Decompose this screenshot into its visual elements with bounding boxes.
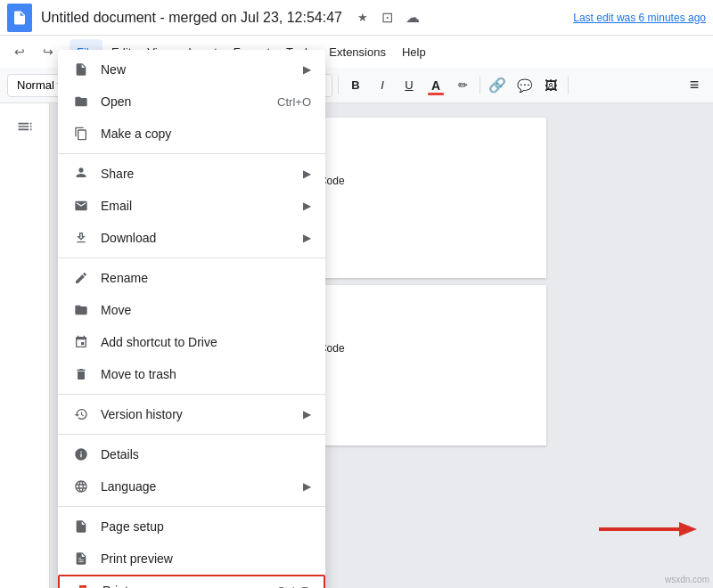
toolbar-divider-5 (568, 77, 569, 94)
link-button[interactable]: 🔗 (486, 74, 509, 97)
italic-button[interactable]: I (371, 74, 394, 97)
menu-item-shortcut[interactable]: Add shortcut to Drive (58, 326, 325, 358)
version-icon (72, 405, 90, 423)
menu-help[interactable]: Help (395, 39, 433, 64)
menu-item-share[interactable]: Share ▶ (58, 158, 325, 190)
divider-2 (58, 257, 325, 258)
download-icon (72, 229, 90, 247)
trash-icon (72, 365, 90, 383)
move-label: Move (101, 303, 311, 317)
menu-item-rename[interactable]: Rename (58, 262, 325, 294)
undo-redo-group: ↩ ↪ (7, 39, 61, 64)
menu-item-copy[interactable]: Make a copy (58, 118, 325, 150)
copy-icon (72, 125, 90, 143)
printpreview-icon (72, 550, 90, 568)
rename-label: Rename (101, 271, 311, 285)
open-icon (72, 93, 90, 110)
menu-item-download[interactable]: Download ▶ (58, 222, 325, 254)
email-icon (72, 197, 90, 215)
toolbar-divider-3 (338, 77, 339, 94)
more-options-button[interactable]: ≡ (683, 74, 706, 97)
comment-button[interactable]: 💬 (512, 74, 536, 97)
share-arrow: ▶ (303, 167, 311, 180)
version-label: Version history (101, 407, 303, 421)
file-dropdown-menu: New ▶ Open Ctrl+O Make a copy Share ▶ Em… (58, 50, 325, 588)
email-arrow: ▶ (303, 200, 311, 212)
menu-item-trash[interactable]: Move to trash (58, 358, 325, 390)
rename-icon (72, 269, 90, 287)
share-label: Share (101, 167, 303, 181)
print-shortcut: Ctrl+P (277, 584, 309, 589)
divider-5 (58, 506, 325, 507)
drive-icon[interactable]: ⊡ (378, 8, 397, 28)
red-arrow (590, 517, 697, 542)
details-icon (72, 445, 90, 463)
document-title: Untitled document - merged on Jul 23, 12… (41, 10, 342, 26)
trash-label: Move to trash (101, 367, 311, 381)
print-icon (74, 582, 92, 588)
menu-item-email[interactable]: Email ▶ (58, 190, 325, 222)
pagesetup-icon (72, 518, 90, 535)
shortcut-label: Add shortcut to Drive (101, 335, 311, 349)
divider-1 (58, 153, 325, 154)
bold-button[interactable]: B (344, 74, 367, 97)
new-label: New (101, 62, 303, 77)
highlight-button[interactable]: ✏ (451, 74, 474, 97)
doc-icon (7, 4, 32, 32)
menu-item-details[interactable]: Details (58, 438, 325, 470)
title-icons: ★ ⊡ ☁ (353, 8, 422, 28)
language-arrow: ▶ (303, 480, 311, 493)
open-label: Open (101, 94, 277, 109)
title-bar: Untitled document - merged on Jul 23, 12… (0, 0, 713, 36)
undo-button[interactable]: ↩ (7, 39, 32, 64)
menu-extensions[interactable]: Extensions (322, 39, 393, 64)
menu-item-language[interactable]: Language ▶ (58, 470, 325, 502)
watermark: wsxdn.com (665, 575, 709, 584)
last-edit-text: Last edit was 6 minutes ago (573, 12, 706, 24)
share-icon (72, 165, 90, 183)
printpreview-label: Print preview (101, 551, 311, 566)
download-arrow: ▶ (303, 232, 311, 244)
new-arrow: ▶ (303, 63, 311, 76)
menu-item-pagesetup[interactable]: Page setup (58, 510, 325, 543)
menu-item-new[interactable]: New ▶ (58, 53, 325, 86)
cloud-icon[interactable]: ☁ (403, 8, 422, 28)
details-label: Details (101, 447, 311, 461)
toolbar-divider-4 (479, 77, 480, 94)
text-color-button[interactable]: A (424, 74, 447, 97)
star-icon[interactable]: ★ (353, 8, 373, 28)
print-label: Print (102, 584, 277, 588)
language-label: Language (101, 479, 303, 494)
svg-marker-1 (679, 522, 697, 536)
redo-button[interactable]: ↪ (36, 39, 61, 64)
underline-button[interactable]: U (397, 74, 421, 97)
menu-item-print[interactable]: Print Ctrl+P (58, 575, 325, 588)
menu-item-open[interactable]: Open Ctrl+O (58, 86, 325, 118)
new-icon (72, 61, 90, 78)
left-sidebar (0, 103, 50, 588)
sidebar-outline-icon[interactable] (9, 110, 41, 143)
image-button[interactable]: 🖼 (539, 74, 562, 97)
divider-3 (58, 394, 325, 395)
menu-item-move[interactable]: Move (58, 294, 325, 326)
shortcut-icon (72, 333, 90, 351)
language-icon (72, 478, 90, 495)
pagesetup-label: Page setup (101, 519, 311, 534)
move-icon (72, 301, 90, 319)
open-shortcut: Ctrl+O (277, 95, 311, 109)
copy-label: Make a copy (101, 127, 311, 141)
version-arrow: ▶ (303, 408, 311, 421)
download-label: Download (101, 231, 303, 245)
menu-item-printpreview[interactable]: Print preview (58, 543, 325, 575)
menu-item-version[interactable]: Version history ▶ (58, 398, 325, 430)
divider-4 (58, 434, 325, 435)
email-label: Email (101, 199, 303, 213)
